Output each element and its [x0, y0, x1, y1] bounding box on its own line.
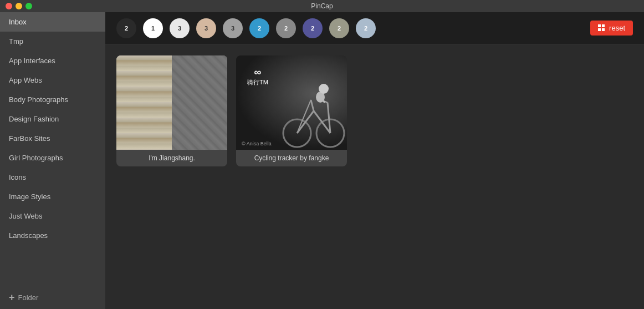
window-controls	[6, 3, 32, 9]
palette-item-3[interactable]: 3	[196, 18, 216, 38]
reset-button[interactable]: reset	[590, 21, 633, 36]
palette-item-6[interactable]: 2	[276, 18, 296, 38]
add-folder-button[interactable]: +Folder	[0, 286, 105, 309]
pin-card-1[interactable]: I'm Jiangshang.	[116, 55, 227, 166]
svg-point-13	[319, 84, 329, 94]
sidebar-item-tmp[interactable]: Tmp	[0, 32, 105, 51]
pin-card-2[interactable]: ∞ 骑行TM	[236, 55, 347, 166]
watermark: © Anisa Bella	[242, 141, 272, 146]
sidebar-item-landscapes[interactable]: Landscapes	[0, 226, 105, 245]
sidebar-item-app-interfaces[interactable]: App Interfaces	[0, 51, 105, 70]
palette-item-1[interactable]: 1	[143, 18, 163, 38]
pin-image-2: ∞ 骑行TM	[236, 55, 347, 150]
sidebar-item-icons[interactable]: Icons	[0, 168, 105, 187]
sidebar: InboxTmpApp InterfacesApp WebsBody Photo…	[0, 12, 105, 309]
palette-item-5[interactable]: 2	[249, 18, 269, 38]
minimize-button[interactable]	[16, 3, 22, 9]
close-button[interactable]	[6, 3, 12, 9]
svg-rect-1	[602, 24, 605, 27]
sidebar-item-just-webs[interactable]: Just Webs	[0, 206, 105, 226]
sidebar-item-body-photographs[interactable]: Body Photographs	[0, 90, 105, 109]
palette-item-4[interactable]: 3	[223, 18, 243, 38]
maximize-button[interactable]	[25, 3, 32, 9]
sidebar-item-girl-photographs[interactable]: Girl Photographs	[0, 148, 105, 168]
content-area: 2133322222 reset I'm Jiangshang.	[105, 12, 644, 309]
sidebar-item-inbox[interactable]: Inbox	[0, 12, 105, 32]
svg-rect-3	[602, 28, 605, 31]
palette-item-2[interactable]: 3	[170, 18, 190, 38]
palette-item-0[interactable]: 2	[116, 18, 136, 38]
sidebar-item-farbox-sites[interactable]: FarBox Sites	[0, 129, 105, 148]
svg-rect-0	[598, 24, 601, 27]
titlebar: PinCap	[0, 0, 644, 12]
svg-line-8	[311, 100, 314, 111]
palette-bar: 2133322222 reset	[105, 12, 644, 44]
palette-item-7[interactable]: 2	[303, 18, 323, 38]
pins-grid: I'm Jiangshang. ∞ 骑行TM	[105, 44, 644, 309]
palette-item-9[interactable]: 2	[356, 18, 376, 38]
sidebar-item-image-styles[interactable]: Image Styles	[0, 187, 105, 206]
plus-icon: +	[9, 292, 15, 303]
palette-item-8[interactable]: 2	[329, 18, 349, 38]
pin-image-1	[116, 55, 227, 150]
sidebar-item-design-fashion[interactable]: Design Fashion	[0, 109, 105, 129]
grid-icon	[598, 24, 606, 32]
svg-line-10	[328, 103, 330, 133]
sidebar-item-app-webs[interactable]: App Webs	[0, 70, 105, 90]
pin-title-1: I'm Jiangshang.	[116, 150, 227, 166]
app-title: PinCap	[311, 2, 333, 10]
svg-rect-2	[598, 28, 601, 31]
pin-title-2: Cycling tracker by fangke	[236, 150, 347, 166]
reset-label: reset	[609, 24, 625, 32]
add-folder-label: Folder	[18, 293, 39, 302]
cyclist-illustration	[280, 72, 347, 150]
logo-overlay: ∞ 骑行TM	[247, 67, 268, 87]
